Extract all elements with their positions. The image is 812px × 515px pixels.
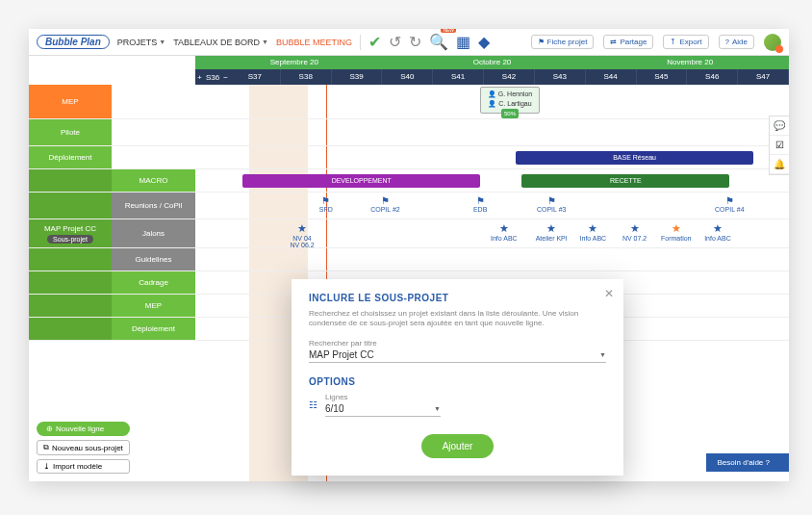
sidebar-guidelines[interactable]: Guidelines	[112, 248, 195, 270]
sidebar-map-projet[interactable]: MAP Projet CC Sous-projet	[29, 219, 112, 247]
redo-icon[interactable]: ↻	[409, 33, 421, 51]
base-reseau-bar[interactable]: BASE Réseau	[516, 151, 753, 165]
drop-icon[interactable]: ◆	[478, 33, 490, 51]
check-icon[interactable]: ☑	[770, 136, 789, 155]
options-title: OPTIONS	[309, 376, 606, 387]
persons-bar[interactable]: 👤 G. Hennion 👤 C. Lartigau 50%	[480, 87, 540, 114]
new-line-button[interactable]: ⊕ Nouvelle ligne	[37, 422, 130, 436]
star-icon[interactable]: ★	[532, 222, 571, 235]
search-icon[interactable]: 🔍NEW	[429, 33, 448, 51]
dev-bar[interactable]: DEVELOPPEMENT	[242, 174, 480, 188]
check-icon[interactable]: ✔	[368, 33, 381, 51]
add-button[interactable]: Ajouter	[421, 434, 495, 458]
jalons-row: ★NV 04NV 06.2 ★Info ABC ★Atelier KPI ★In…	[195, 219, 789, 248]
sidebar-mep[interactable]: MEP	[29, 85, 112, 118]
lines-dropdown[interactable]: 6/10 ▼	[325, 401, 441, 417]
star-icon[interactable]: ★	[698, 222, 737, 235]
export-button[interactable]: ⤒ Export	[663, 35, 708, 49]
bell-icon[interactable]: 🔔	[770, 155, 789, 174]
zoom-in-icon[interactable]: +	[197, 73, 202, 82]
star-icon[interactable]: ★	[616, 222, 654, 235]
sidebar-pilote[interactable]: Pilote	[29, 119, 112, 145]
partage-button[interactable]: ⇄ Partage	[603, 35, 653, 49]
sidebar-deploiement2[interactable]: Déploiement	[112, 318, 195, 340]
search-title-dropdown[interactable]: MAP Projet CC ▼	[309, 348, 606, 363]
search-label: Rechercher par titre	[309, 339, 606, 348]
sidebar-cadrage[interactable]: Cadrage	[112, 271, 195, 294]
chevron-down-icon: ▼	[434, 405, 441, 412]
flag-icon[interactable]: ⚑	[461, 195, 499, 206]
flag-icon[interactable]: ⚑	[532, 195, 571, 206]
flag-icon[interactable]: ⚑	[710, 195, 749, 206]
calendar-icon[interactable]: ▦	[456, 33, 470, 51]
flag-icon[interactable]: ⚑	[366, 195, 404, 206]
help-tab[interactable]: Besoin d'aide ?	[706, 453, 789, 472]
list-icon: ☷	[309, 399, 317, 410]
right-toolbar: 💬 ☑ 🔔	[769, 116, 789, 175]
flag-icon[interactable]: ⚑	[307, 195, 345, 206]
star-icon[interactable]: ★	[657, 222, 696, 235]
sidebar-macro[interactable]: MACRO	[112, 169, 195, 192]
sidebar-deploiement[interactable]: Déploiement	[29, 146, 112, 168]
week-header: + S36 − S37 S38 S39 S40 S41 S42 S43 S44 …	[195, 69, 789, 85]
star-icon[interactable]: ★	[573, 222, 612, 235]
sidebar-mep2[interactable]: MEP	[112, 295, 195, 317]
import-model-button[interactable]: ⤓ Import modèle	[37, 459, 130, 474]
recette-bar[interactable]: RECETTE	[521, 174, 729, 188]
include-subproject-modal: ✕ INCLURE LE SOUS-PROJET Recherchez et c…	[292, 279, 623, 476]
nav-meeting[interactable]: BUBBLE MEETING	[276, 38, 352, 47]
zoom-out-icon[interactable]: −	[223, 73, 228, 82]
fiche-projet-button[interactable]: ⚑ Fiche projet	[531, 35, 595, 49]
sidebar-reunions[interactable]: Reunions / CoPil	[112, 193, 195, 219]
undo-icon[interactable]: ↺	[389, 33, 401, 51]
top-navbar: Bubble Plan PROJETS ▼ TABLEAUX DE BORD ▼…	[29, 29, 789, 56]
star-icon[interactable]: ★	[283, 222, 321, 235]
new-subproject-button[interactable]: ⧉ Nouveau sous-projet	[37, 440, 130, 455]
nav-projects[interactable]: PROJETS ▼	[117, 38, 165, 47]
sous-projet-badge: Sous-projet	[47, 235, 93, 244]
copil-row: ⚑SFD ⚑COPIL #2 ⚑EDB ⚑COPIL #3 ⚑COPIL #4	[195, 193, 789, 219]
modal-title: INCLURE LE SOUS-PROJET	[309, 293, 606, 303]
zoom-level: S36	[206, 73, 219, 82]
avatar[interactable]	[764, 34, 781, 51]
star-icon[interactable]: ★	[485, 222, 523, 235]
sidebar-jalons[interactable]: Jalons	[112, 219, 195, 247]
nav-dashboards[interactable]: TABLEAUX DE BORD ▼	[173, 38, 268, 47]
chevron-down-icon: ▼	[599, 351, 606, 358]
modal-description: Recherchez et choisissez un projet exist…	[309, 309, 606, 329]
close-icon[interactable]: ✕	[604, 287, 614, 300]
aide-button[interactable]: ? Aide	[719, 35, 754, 49]
lines-label: Lignes	[325, 393, 441, 401]
month-header: Septembre 20 Octobre 20 Novembre 20	[195, 56, 789, 69]
logo: Bubble Plan	[37, 35, 110, 49]
chat-icon[interactable]: 💬	[770, 116, 789, 136]
